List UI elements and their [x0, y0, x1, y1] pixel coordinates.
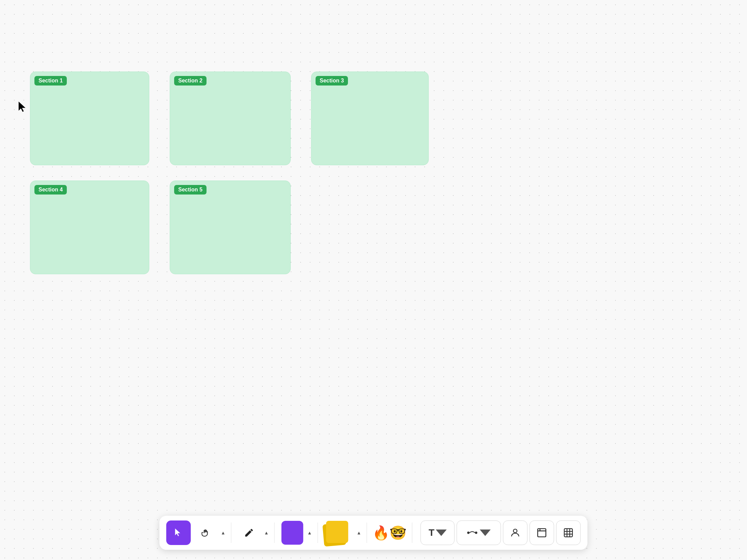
svg-rect-6	[564, 529, 573, 537]
table-tool-button[interactable]	[556, 520, 581, 545]
select-group-chevron[interactable]: ▲	[221, 530, 226, 535]
section-card-4[interactable]: Section 4	[30, 181, 149, 274]
divider-4	[367, 523, 367, 543]
svg-point-2	[514, 529, 517, 533]
shape-tool-button[interactable]	[280, 520, 305, 545]
divider-2	[274, 523, 275, 543]
emoji-tool-button[interactable]: 🔥🤓	[372, 520, 407, 545]
sticky-notes-group-chevron[interactable]: ▲	[356, 530, 361, 535]
pen-tool-button[interactable]	[237, 520, 261, 545]
sections-row2: Section 4 Section 5	[30, 181, 291, 274]
section-card-5[interactable]: Section 5	[170, 181, 291, 274]
section-card-3[interactable]: Section 3	[311, 72, 429, 165]
bottom-toolbar: ▲ ▲ ▲ ▲ 🔥🤓	[159, 516, 588, 550]
divider-5	[412, 523, 412, 543]
section-4-label: Section 4	[34, 185, 67, 195]
shape-group-chevron[interactable]: ▲	[307, 530, 312, 535]
emoji-icon: 🔥🤓	[372, 525, 407, 541]
canvas: Section 1 Section 2 Section 3 Section 4 …	[0, 0, 747, 560]
svg-point-0	[467, 532, 470, 534]
person-tool-button[interactable]	[503, 520, 528, 545]
section-card-2[interactable]: Section 2	[170, 72, 291, 165]
sticky-notes-icon	[323, 521, 354, 545]
sections-row1: Section 1 Section 2 Section 3	[30, 72, 429, 165]
hand-tool-button[interactable]	[194, 520, 218, 545]
svg-rect-3	[538, 529, 546, 537]
shape-color-block	[281, 521, 303, 545]
section-5-label: Section 5	[174, 185, 207, 195]
divider-1	[231, 523, 231, 543]
sticky-notes-tool-button[interactable]	[323, 520, 354, 545]
right-tools: T	[421, 520, 581, 545]
select-tool-button[interactable]	[166, 520, 191, 545]
section-3-label: Section 3	[316, 76, 348, 85]
section-card-1[interactable]: Section 1	[30, 72, 149, 165]
frame-tool-button[interactable]	[530, 520, 554, 545]
pen-group-chevron[interactable]: ▲	[264, 530, 269, 535]
section-1-label: Section 1	[34, 76, 67, 85]
text-tool-button[interactable]: T	[421, 520, 455, 545]
connector-tool-button[interactable]	[457, 520, 501, 545]
text-tool-icon: T	[429, 527, 435, 538]
section-2-label: Section 2	[174, 76, 207, 85]
divider-3	[317, 523, 318, 543]
